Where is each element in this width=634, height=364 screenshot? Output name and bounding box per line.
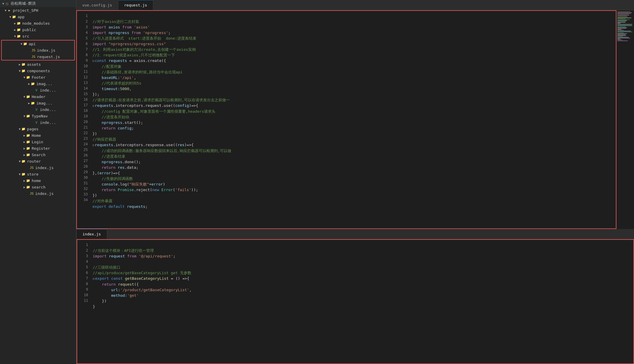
sidebar-item-src[interactable]: ▼ 📁 src (0, 33, 76, 39)
file-icon (23, 191, 28, 196)
tab-request-js[interactable]: request.js (118, 0, 153, 10)
folder-icon: 📁 (16, 27, 21, 32)
sidebar-item-store[interactable]: ▼ 📁 store (0, 171, 76, 177)
sidebar-item-search[interactable]: ▶ 📁 Search (0, 151, 76, 158)
folder-icon: 📁 (26, 178, 31, 183)
sidebar-item-label: imag... (36, 101, 53, 105)
chevron-icon: ▼ (5, 9, 6, 12)
js-file-icon: JS (29, 191, 34, 196)
sidebar-item-public[interactable]: ▶ 📁 public (0, 26, 76, 33)
chevron-icon: ▶ (14, 28, 16, 31)
folder-icon: ▶ (7, 8, 12, 13)
sidebar-item-label: app (18, 15, 24, 19)
sidebar-item-api[interactable]: ▼ 📁 api (2, 41, 74, 47)
minimap-content (617, 10, 634, 43)
sidebar-item-typenav-index[interactable]: V inde... (0, 119, 76, 126)
file-icon (28, 120, 33, 125)
sidebar-item-app[interactable]: ▼ 📁 app (0, 14, 76, 20)
js-file-icon: JS (31, 48, 36, 53)
sidebar-item-header[interactable]: ▼ 📁 Header (0, 93, 76, 100)
sidebar-item-label: Register (32, 146, 50, 151)
request-js-editor[interactable]: 12345 678910 1112131415 1617181920 21222… (76, 10, 616, 229)
line-numbers: 12345 678910 11 (77, 240, 90, 363)
sidebar-item-footer-index[interactable]: V inde... (0, 87, 76, 93)
chevron-icon: ▶ (19, 63, 21, 66)
sidebar-item-home[interactable]: ▶ 📁 Home (0, 132, 76, 139)
file-icon (25, 48, 30, 53)
sidebar-item-root[interactable]: ▼ □ 谷粒商城-辉洪 (0, 0, 76, 7)
sidebar-item-label: components (27, 69, 50, 73)
folder-icon: 📁 (16, 34, 21, 38)
left-editor-section: vue.config.js request.js 12345 678910 11… (76, 0, 634, 229)
folder-icon: □ (5, 1, 9, 6)
sidebar-item-label: inde... (40, 88, 56, 92)
vue-file-icon: V (34, 120, 39, 125)
left-tab-bar: vue.config.js request.js (76, 0, 634, 10)
sidebar-item-router-index[interactable]: JS index.js (0, 164, 76, 171)
sidebar-item-api-index[interactable]: JS index.js (2, 47, 74, 53)
folder-icon: 📁 (31, 101, 35, 105)
right-editor-row: 12345 678910 11 //当前这个模块：API进行统一管理 impor… (77, 239, 634, 364)
chevron-icon: ▶ (23, 140, 25, 144)
folder-icon: 📁 (21, 172, 26, 176)
sidebar-item-store-home[interactable]: ▶ 📁 home (0, 177, 76, 184)
tab-vue-config[interactable]: vue.config.js (76, 0, 118, 10)
sidebar-item-typenav[interactable]: ▼ 📁 TypeNav (0, 113, 76, 119)
code-container: 12345 678910 1112131415 1617181920 21222… (77, 11, 616, 228)
index-js-editor[interactable]: 12345 678910 11 //当前这个模块：API进行统一管理 impor… (77, 239, 634, 364)
folder-icon: 📁 (26, 146, 31, 151)
sidebar-item-router[interactable]: ▼ 📁 router (0, 158, 76, 164)
sidebar-item-footer-imag[interactable]: ▶ 📁 imag... (0, 80, 76, 87)
folder-icon: 📁 (26, 139, 31, 144)
sidebar-item-header-index[interactable]: V inde... (0, 106, 76, 113)
sidebar-item-pages[interactable]: ▼ 📁 pages (0, 126, 76, 132)
sidebar-item-label: request.js (37, 55, 60, 59)
chevron-icon: ▶ (28, 82, 30, 85)
file-icon (28, 88, 33, 92)
chevron-icon: ▼ (19, 160, 21, 163)
sidebar-item-assets[interactable]: ▶ 📁 assets (0, 61, 76, 68)
sidebar-item-components[interactable]: ▼ 📁 components (0, 68, 76, 74)
sidebar-item-label: index.js (35, 191, 54, 196)
sidebar-item-store-index[interactable]: JS index.js (0, 190, 76, 197)
code-content: //当前这个模块：API进行统一管理 import request from '… (90, 240, 633, 363)
chevron-icon: ▼ (23, 95, 25, 98)
vue-file-icon: V (34, 88, 39, 92)
sidebar-item-project[interactable]: ▼ ▶ project_SPH (0, 7, 76, 14)
file-icon (25, 54, 30, 59)
sidebar-item-label: assets (27, 62, 41, 67)
sidebar-item-api-request[interactable]: JS request.js (2, 53, 74, 60)
folder-icon: 📁 (21, 159, 26, 164)
sidebar: ▼ □ 谷粒商城-辉洪 ▼ ▶ project_SPH ▼ 📁 app ▶ 📁 … (0, 0, 76, 364)
sidebar-item-label: src (22, 34, 29, 38)
chevron-icon: ▼ (9, 15, 11, 18)
js-file-icon: JS (29, 165, 34, 170)
chevron-icon: ▶ (23, 186, 25, 189)
sidebar-item-login[interactable]: ▶ 📁 Login (0, 139, 76, 145)
sidebar-item-label: home (32, 178, 41, 183)
chevron-icon: ▶ (28, 102, 30, 105)
sidebar-item-label: project_SPH (13, 8, 38, 13)
sidebar-item-label: index.js (37, 48, 55, 53)
sidebar-item-header-imag[interactable]: ▶ 📁 imag... (0, 100, 76, 106)
folder-icon: 📁 (16, 21, 21, 26)
sidebar-item-label: store (27, 172, 38, 176)
sidebar-item-label: 谷粒商城-辉洪 (11, 1, 36, 6)
sidebar-item-node-modules[interactable]: ▶ 📁 node_modules (0, 20, 76, 26)
sidebar-item-footer[interactable]: ▼ 📁 Footer (0, 74, 76, 80)
sidebar-item-label: inde... (40, 107, 56, 112)
chevron-icon: ▼ (14, 35, 16, 38)
sidebar-item-label: pages (27, 127, 38, 131)
sidebar-item-label: search (32, 185, 45, 189)
chevron-icon: ▶ (23, 134, 25, 137)
folder-icon: 📁 (26, 152, 31, 157)
chevron-icon: ▶ (23, 153, 25, 156)
tab-index-js[interactable]: index.js (77, 229, 107, 239)
sidebar-item-label: index.js (35, 166, 54, 170)
sidebar-item-store-search[interactable]: ▶ 📁 search (0, 184, 76, 190)
sidebar-item-label: inde... (40, 120, 56, 125)
code-content: //对于axios进行二次封装 import axios from 'axios… (90, 11, 616, 228)
file-icon (28, 107, 33, 112)
folder-icon: 📁 (21, 62, 26, 67)
sidebar-item-register[interactable]: ▶ 📁 Register (0, 145, 76, 151)
